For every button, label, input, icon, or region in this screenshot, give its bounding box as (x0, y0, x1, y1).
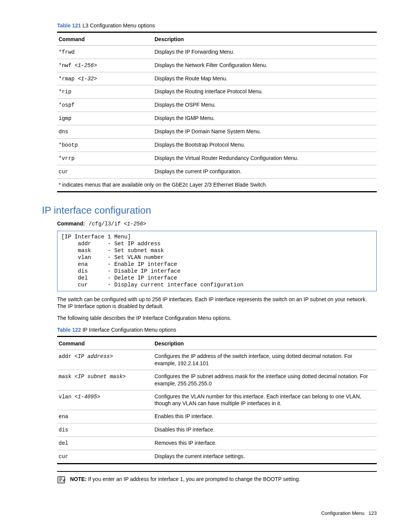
section-body: Command: /cfg/l3/if <1-256> [IP Interfac… (57, 220, 377, 484)
table-row: *nwf <1-256>Displays the Network Filter … (57, 59, 377, 72)
table-row: *vrrpDisplays the Virtual Router Redunda… (57, 152, 377, 165)
footer-section: Configuration Menu (321, 510, 364, 516)
table-row: *bootpDisplays the Bootstrap Protocol Me… (57, 139, 377, 152)
table-121-footnote: * indicates menus that are available onl… (57, 178, 377, 192)
note-block: NOTE: If you enter an IP address for int… (57, 471, 377, 484)
paragraph-1: The switch can be configured with up to … (57, 296, 377, 310)
table-122-head-cmd: Command (57, 337, 153, 350)
table-122-title: IP Interface Configuration Menu options (83, 327, 176, 333)
page: Table 121 L3 Configuration Menu options … (0, 0, 411, 532)
table-row: curDisplays the current interface settin… (57, 450, 377, 464)
table-121: Command Description *frwdDisplays the IP… (57, 32, 377, 192)
command-line: Command: /cfg/l3/if <1-256> (57, 220, 377, 228)
paragraph-2: The following table describes the IP Int… (57, 315, 377, 322)
table-row: *ripDisplays the Routing Interface Proto… (57, 85, 377, 99)
section-heading: IP interface configuration (42, 204, 377, 217)
table-122: Command Description addr <IP address>Con… (57, 336, 377, 464)
page-footer: Configuration Menu 123 (321, 510, 377, 517)
command-arg: <1-256> (124, 221, 146, 227)
table-122-prefix: Table 122 (57, 327, 81, 333)
note-label: NOTE: (70, 476, 87, 482)
table-row: addr <IP address>Configures the IP addre… (57, 350, 377, 370)
table-row: curDisplays the current IP configuration… (57, 165, 377, 178)
table-row: enaEnables this IP interface. (57, 410, 377, 423)
table-122-head-desc: Description (153, 337, 377, 350)
table-121-prefix: Table 121 (57, 22, 81, 29)
note-text: NOTE: If you enter an IP address for int… (70, 476, 300, 483)
table-121-head-cmd: Command (57, 32, 153, 45)
table-row: *ospfDisplays the OSPF Menu. (57, 99, 377, 112)
table-121-block: Table 121 L3 Configuration Menu options … (57, 22, 377, 192)
table-row: vlan <1-4095>Configures the VLAN number … (57, 390, 377, 410)
table-121-title: L3 Configuration Menu options (83, 22, 155, 29)
table-121-head-desc: Description (153, 32, 377, 45)
table-row: disDisables this IP interface. (57, 423, 377, 437)
table-row: delRemoves this IP interface. (57, 437, 377, 450)
table-121-caption: Table 121 L3 Configuration Menu options (57, 22, 377, 29)
command-path: /cfg/l3/if (89, 221, 124, 227)
table-122-caption: Table 122 IP Interface Configuration Men… (57, 326, 377, 334)
table-row: igmpDisplays the IGMP Menu. (57, 112, 377, 125)
table-row: * indicates menus that are available onl… (57, 178, 377, 192)
table-row: mask <IP subnet mask>Configures the IP s… (57, 370, 377, 390)
footer-page: 123 (368, 510, 377, 516)
table-row: dnsDisplays the IP Domain Name System Me… (57, 125, 377, 139)
table-row: *rmap <1-32>Displays the Route Map Menu. (57, 72, 377, 85)
note-body: If you enter an IP address for interface… (88, 476, 300, 482)
table-row: *frwdDisplays the IP Forwarding Menu. (57, 45, 377, 59)
command-label: Command: (57, 220, 85, 227)
menu-output-box: [IP Interface 1 Menu] addr - Set IP addr… (57, 231, 377, 291)
note-icon (57, 476, 65, 484)
